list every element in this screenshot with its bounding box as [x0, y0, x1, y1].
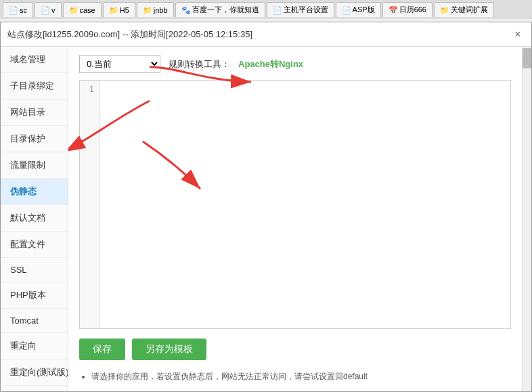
tab-host-label: 主机平台设置 — [284, 5, 328, 15]
sidebar-item-php-label: PHP版本 — [10, 290, 46, 300]
tab-h5[interactable]: 📁 H5 — [103, 2, 135, 17]
sidebar-item-subdir[interactable]: 子目录绑定 — [1, 73, 68, 100]
sidebar-item-config[interactable]: 配置文件 — [1, 232, 68, 258]
tab-jnbb[interactable]: 📁 jnbb — [137, 2, 174, 17]
tab-asp-label: ASP版 — [353, 5, 375, 15]
modal-title: 站点修改[id1255.2009o.com] -- 添加时间[2022-05-0… — [7, 28, 252, 41]
tab-baidu[interactable]: 🐾 百度一下，你就知道 — [175, 2, 265, 17]
tab-calendar-label: 日历666 — [399, 5, 426, 15]
sidebar-item-tomcat-label: Tomcat — [10, 315, 39, 326]
sidebar: 域名管理 子目录绑定 网站目录 目录保护 流量限制 伪静态 默认文档 配置文件 — [1, 47, 68, 391]
content-area: 0.当前1.Nginx2.Apache3.Tomcat 规则转换工具： Apac… — [68, 47, 522, 391]
modal-titlebar: 站点修改[id1255.2009o.com] -- 添加时间[2022-05-0… — [1, 22, 531, 47]
line-number-1: 1 — [85, 85, 94, 94]
apache-to-nginx-link[interactable]: Apache转Nginx — [238, 58, 303, 70]
sidebar-item-redirect-label: 重定向 — [10, 341, 37, 351]
sidebar-item-traffic[interactable]: 流量限制 — [1, 152, 68, 179]
sidebar-item-domain[interactable]: 域名管理 — [1, 47, 68, 73]
modal-window: 站点修改[id1255.2009o.com] -- 添加时间[2022-05-0… — [0, 22, 532, 392]
tab-v-label: v — [51, 6, 56, 14]
tab-h5-icon: 📁 — [109, 6, 117, 14]
sidebar-item-subdir-label: 子目录绑定 — [10, 81, 54, 91]
sidebar-item-redirect[interactable]: 重定向 — [1, 333, 68, 360]
sidebar-item-redirect-test[interactable]: 重定向(测试版) — [1, 360, 68, 386]
tab-baidu-icon: 🐾 — [181, 6, 190, 14]
sidebar-item-config-label: 配置文件 — [10, 239, 45, 249]
sidebar-item-ssl-label: SSL — [10, 265, 27, 275]
tab-sc[interactable]: 📄 sc — [3, 2, 33, 17]
tab-asp[interactable]: 📄 ASP版 — [336, 2, 381, 17]
sidebar-item-php[interactable]: PHP版本 — [1, 282, 68, 309]
sidebar-item-traffic-label: 流量限制 — [10, 160, 45, 170]
tab-case-label: case — [80, 6, 95, 14]
sidebar-item-domain-label: 域名管理 — [10, 54, 45, 64]
save-button[interactable]: 保存 — [79, 339, 125, 360]
sidebar-item-dirprotect-label: 目录保护 — [10, 133, 45, 144]
tab-case[interactable]: 📁 case — [63, 2, 102, 17]
tab-calendar[interactable]: 📅 日历666 — [382, 2, 433, 17]
tab-host-icon: 📄 — [273, 6, 281, 14]
sidebar-item-rewrite[interactable]: 伪静态 — [1, 179, 68, 205]
info-item-1: 请选择你的应用，若设置伪静态后，网站无法正常访问，请尝试设置回default — [91, 370, 511, 383]
tab-jnbb-icon: 📁 — [143, 6, 151, 14]
sidebar-item-ssl[interactable]: SSL — [1, 258, 68, 282]
buttons-row: 保存 另存为模板 — [79, 339, 511, 360]
tool-label: 规则转换工具： — [169, 58, 230, 70]
tab-keyword[interactable]: 📁 关键词扩展 — [434, 2, 494, 17]
tab-keyword-label: 关键词扩展 — [451, 5, 488, 15]
save-as-template-button[interactable]: 另存为模板 — [132, 339, 206, 360]
tab-case-icon: 📁 — [69, 6, 77, 14]
tab-v[interactable]: 📄 v — [35, 2, 62, 17]
scrollbar-track[interactable] — [522, 47, 531, 391]
tab-sc-label: sc — [20, 6, 27, 14]
controls-row: 0.当前1.Nginx2.Apache3.Tomcat 规则转换工具： Apac… — [79, 55, 511, 73]
tab-keyword-icon: 📁 — [440, 6, 448, 14]
version-select[interactable]: 0.当前1.Nginx2.Apache3.Tomcat — [79, 55, 160, 73]
tab-asp-icon: 📄 — [342, 6, 350, 14]
tab-bar: 📄 sc 📄 v 📁 case 📁 H5 📁 jnbb 🐾 百度一下，你就知道 … — [0, 0, 532, 19]
modal-body: 域名管理 子目录绑定 网站目录 目录保护 流量限制 伪静态 默认文档 配置文件 — [1, 47, 531, 391]
tab-baidu-label: 百度一下，你就知道 — [192, 5, 259, 15]
sidebar-item-webroot[interactable]: 网站目录 — [1, 100, 68, 126]
sidebar-item-webroot-label: 网站目录 — [10, 107, 45, 117]
sidebar-item-redirect-test-label: 重定向(测试版) — [10, 367, 68, 377]
tab-host[interactable]: 📄 主机平台设置 — [267, 2, 334, 17]
sidebar-item-tomcat[interactable]: Tomcat — [1, 309, 68, 333]
sidebar-item-default-doc-label: 默认文档 — [10, 213, 45, 223]
tab-h5-label: H5 — [120, 6, 129, 14]
line-numbers: 1 — [80, 81, 100, 328]
info-list: 请选择你的应用，若设置伪静态后，网站无法正常访问，请尝试设置回default — [79, 370, 511, 383]
tab-v-icon: 📄 — [41, 6, 49, 14]
tab-sc-icon: 📄 — [9, 6, 17, 14]
sidebar-item-dirprotect[interactable]: 目录保护 — [1, 126, 68, 152]
editor-wrapper: 1 — [79, 80, 511, 329]
tab-calendar-icon: 📅 — [389, 6, 397, 14]
close-button[interactable]: × — [511, 28, 525, 41]
sidebar-item-default-doc[interactable]: 默认文档 — [1, 205, 68, 232]
sidebar-item-rewrite-label: 伪静态 — [10, 186, 37, 196]
code-editor[interactable] — [100, 81, 510, 328]
tab-jnbb-label: jnbb — [154, 6, 168, 14]
scrollbar-thumb[interactable] — [523, 48, 531, 68]
